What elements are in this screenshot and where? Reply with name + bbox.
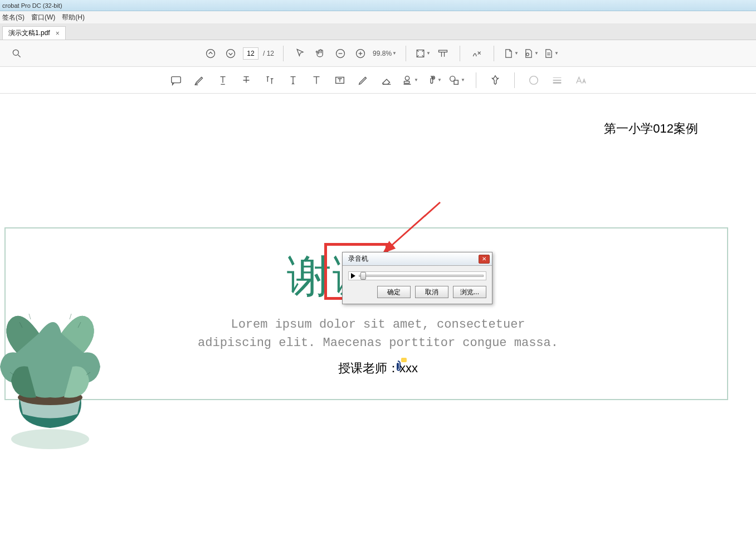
font-icon[interactable] bbox=[572, 71, 589, 89]
menu-window[interactable]: 窗口(W) bbox=[31, 13, 55, 22]
playback-slider-row bbox=[348, 271, 486, 280]
menu-help[interactable]: 帮助(H) bbox=[62, 13, 85, 22]
replace-text-icon[interactable] bbox=[261, 71, 279, 89]
separator bbox=[460, 46, 460, 61]
page-number-input[interactable] bbox=[243, 47, 258, 60]
annotation-arrow bbox=[379, 199, 446, 255]
cactus-illustration bbox=[0, 266, 123, 456]
svg-rect-16 bbox=[171, 76, 181, 82]
svg-rect-25 bbox=[454, 80, 458, 84]
comment-icon[interactable] bbox=[167, 71, 185, 89]
line-weight-icon[interactable] bbox=[548, 71, 566, 89]
main-toolbar: / 12 99.8% ▼ ▼ bbox=[0, 40, 756, 67]
separator bbox=[514, 72, 515, 88]
svg-point-30 bbox=[11, 429, 89, 449]
organize-pdf-icon[interactable]: ▼ bbox=[543, 46, 559, 61]
svg-line-1 bbox=[18, 55, 21, 57]
chevron-down-icon: ▼ bbox=[426, 51, 431, 56]
svg-point-19 bbox=[405, 76, 409, 80]
page-up-icon[interactable] bbox=[203, 46, 218, 61]
zoom-in-icon[interactable] bbox=[353, 46, 368, 61]
menu-sign[interactable]: 签名(S) bbox=[2, 13, 25, 22]
svg-point-26 bbox=[529, 76, 538, 84]
select-tool-icon[interactable] bbox=[292, 46, 308, 61]
hand-tool-icon[interactable] bbox=[313, 46, 328, 61]
svg-point-13 bbox=[526, 53, 529, 56]
stamp-icon[interactable]: ▼ bbox=[401, 71, 419, 89]
zoom-tool-icon[interactable] bbox=[9, 46, 25, 61]
tab-filename: 演示文稿1.pdf bbox=[8, 28, 50, 38]
color-circle-icon[interactable] bbox=[525, 71, 543, 89]
dialog-title-text: 录音机 bbox=[348, 254, 368, 264]
menubar: 签名(S) 窗口(W) 帮助(H) bbox=[0, 11, 756, 23]
svg-line-38 bbox=[390, 202, 440, 247]
eraser-icon[interactable] bbox=[378, 71, 396, 89]
page-total-label: / 12 bbox=[263, 50, 274, 57]
svg-rect-10 bbox=[438, 50, 447, 52]
underline-text-icon[interactable] bbox=[214, 71, 232, 89]
svg-point-2 bbox=[207, 49, 215, 57]
chevron-down-icon: ▼ bbox=[414, 77, 418, 82]
ok-button[interactable]: 确定 bbox=[377, 286, 411, 298]
separator bbox=[406, 46, 406, 61]
chevron-down-icon: ▼ bbox=[437, 77, 442, 82]
document-viewport[interactable]: 第一小学012案例 谢谢观赏 Lorem ipsum dolor sit ame… bbox=[0, 94, 756, 545]
browse-button[interactable]: 浏览... bbox=[453, 286, 486, 298]
svg-point-0 bbox=[13, 50, 18, 55]
sign-tool-icon[interactable] bbox=[469, 46, 485, 61]
page-down-icon[interactable] bbox=[223, 46, 238, 61]
attachment-paperclip-icon[interactable] bbox=[393, 360, 402, 375]
zoom-dropdown[interactable]: 99.8% ▼ bbox=[373, 50, 397, 57]
zoom-value: 99.8% bbox=[373, 50, 392, 57]
dialog-titlebar[interactable]: 录音机 ✕ bbox=[343, 252, 492, 266]
annotation-toolbar: ▼ ▼ ▼ bbox=[0, 67, 756, 94]
svg-point-3 bbox=[227, 49, 235, 57]
chevron-down-icon: ▼ bbox=[461, 77, 465, 82]
slider-thumb[interactable] bbox=[360, 272, 366, 280]
separator bbox=[476, 72, 476, 88]
dialog-close-button[interactable]: ✕ bbox=[479, 255, 490, 264]
window-titlebar: crobat Pro DC (32-bit) bbox=[0, 0, 756, 11]
tabbar: 演示文稿1.pdf × bbox=[0, 23, 756, 40]
insert-text-icon[interactable] bbox=[284, 71, 302, 89]
page-header-text: 第一小学012案例 bbox=[604, 120, 698, 137]
export-pdf-icon[interactable]: ▼ bbox=[523, 46, 539, 61]
attach-file-icon[interactable]: ▼ bbox=[425, 71, 442, 89]
pin-icon[interactable] bbox=[486, 71, 504, 89]
separator bbox=[283, 46, 284, 61]
pencil-icon[interactable] bbox=[354, 71, 372, 89]
shapes-icon[interactable]: ▼ bbox=[448, 71, 466, 89]
svg-line-33 bbox=[29, 314, 31, 319]
separator bbox=[494, 46, 494, 61]
text-tool-icon[interactable] bbox=[308, 71, 325, 89]
play-button-icon[interactable] bbox=[351, 273, 355, 279]
chevron-down-icon: ▼ bbox=[392, 51, 397, 56]
tab-close-icon[interactable]: × bbox=[56, 30, 60, 37]
create-pdf-icon[interactable]: ▼ bbox=[503, 46, 519, 61]
svg-line-34 bbox=[70, 314, 71, 319]
playback-slider[interactable] bbox=[359, 275, 484, 277]
recorder-dialog: 录音机 ✕ 确定 取消 浏览... bbox=[342, 252, 492, 304]
chevron-down-icon: ▼ bbox=[534, 51, 539, 56]
textbox-icon[interactable] bbox=[331, 71, 349, 89]
document-tab[interactable]: 演示文稿1.pdf × bbox=[2, 26, 66, 40]
window-title: crobat Pro DC (32-bit) bbox=[2, 2, 62, 9]
cancel-button[interactable]: 取消 bbox=[415, 286, 448, 298]
read-mode-icon[interactable] bbox=[435, 46, 451, 61]
chevron-down-icon: ▼ bbox=[514, 51, 519, 56]
fit-page-icon[interactable]: ▼ bbox=[415, 46, 431, 61]
chevron-down-icon: ▼ bbox=[554, 51, 559, 56]
zoom-out-icon[interactable] bbox=[333, 46, 348, 61]
highlight-icon[interactable] bbox=[191, 71, 208, 89]
strikethrough-icon[interactable] bbox=[237, 71, 255, 89]
